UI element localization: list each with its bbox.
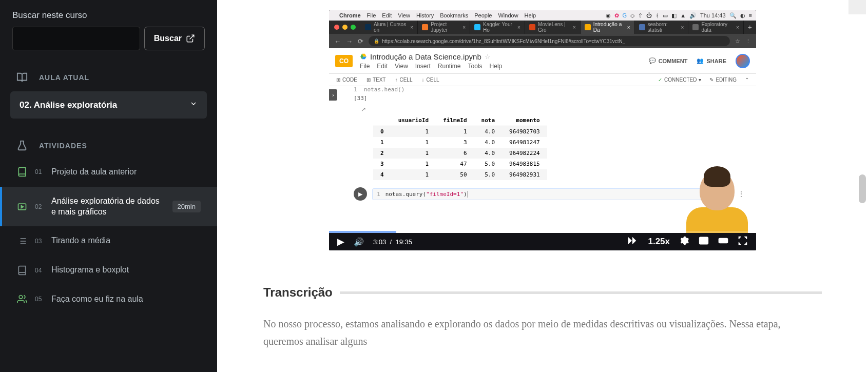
- course-sidebar: Buscar neste curso Buscar AULA ATUAL 02.…: [0, 0, 217, 372]
- book-icon: [16, 167, 28, 177]
- run-cell-button: ▶: [354, 187, 367, 201]
- flask-icon: [16, 140, 28, 151]
- close-dot-icon: [334, 25, 339, 30]
- prev-code-line: 1 notas.head(): [354, 86, 747, 93]
- browser-tab: Exploratory data×: [688, 21, 743, 34]
- mac-menu-item: View: [398, 12, 410, 18]
- expand-sidebar-icon: ›: [329, 89, 337, 101]
- play-button[interactable]: ▶: [337, 236, 344, 247]
- activity-item-05[interactable]: 05 Faça como eu fiz na aula: [0, 285, 217, 314]
- mac-menu-item: History: [416, 12, 434, 18]
- search-section: Buscar neste curso Buscar: [0, 0, 217, 63]
- transcription-body: No nosso processo, estamos analisando e …: [263, 315, 822, 350]
- svg-point-10: [19, 296, 23, 299]
- browser-tab: Alura | Cursos on×: [361, 21, 418, 34]
- activities-list: 01 Projeto da aula anterior 02 Análise e…: [0, 158, 217, 314]
- star-icon: ☆: [485, 53, 491, 61]
- browser-tab-strip: Alura | Cursos on× Project Jupyter× Kagg…: [329, 21, 756, 34]
- comment-icon: 💬: [649, 57, 656, 64]
- activity-item-04[interactable]: 04 Histograma e boxplot: [0, 256, 217, 285]
- video-player: Chrome File Edit View History Bookmarks …: [329, 10, 756, 250]
- minimize-dot-icon: [342, 25, 348, 30]
- search-button-label: Buscar: [154, 34, 182, 43]
- section-current-label: AULA ATUAL: [39, 73, 89, 82]
- url-field: 🔒 https://colab.research.google.com/driv…: [369, 36, 730, 46]
- video-frame[interactable]: Chrome File Edit View History Bookmarks …: [329, 10, 756, 250]
- instructor-camera: [686, 170, 748, 237]
- output-actions-icon: ↗: [361, 106, 366, 113]
- browser-tab: MovieLens | Gro×: [525, 21, 581, 34]
- activity-idx: 01: [35, 168, 44, 175]
- activity-idx: 05: [35, 296, 44, 303]
- user-avatar: [736, 54, 750, 68]
- search-input[interactable]: [12, 27, 140, 50]
- mac-menu-item: Window: [498, 12, 518, 18]
- browser-url-bar: ←→⟳ 🔒 https://colab.research.google.com/…: [329, 34, 756, 48]
- output-number: [33]: [354, 95, 747, 102]
- activity-item-03[interactable]: 03 Tirando a média: [0, 226, 217, 256]
- video-icon: [16, 202, 28, 212]
- list-icon: [16, 236, 28, 246]
- add-text-button: ⊞TEXT: [367, 77, 386, 83]
- macos-menubar: Chrome File Edit View History Bookmarks …: [329, 10, 756, 21]
- mac-menu-item: Bookmarks: [440, 12, 468, 18]
- chevron-down-icon: [189, 100, 198, 110]
- cell-up-button: ↑CELL: [395, 77, 412, 83]
- activity-title: Tirando a média: [51, 236, 201, 246]
- table-row: 2164.0964982224: [373, 148, 547, 159]
- progress-bar[interactable]: [329, 231, 756, 233]
- url-text: https://colab.research.google.com/drive/…: [382, 38, 625, 44]
- connection-status: ✓CONNECTED▾: [658, 77, 701, 83]
- transcription-title: Transcrição: [263, 285, 333, 300]
- pip-button[interactable]: [699, 236, 709, 248]
- people-icon: [16, 294, 28, 304]
- settings-button[interactable]: [679, 236, 689, 248]
- gdrive-icon: [360, 53, 367, 60]
- notebook-title: Introdução a Data Science.ipynb: [370, 52, 481, 61]
- main-content: Chrome File Edit View History Bookmarks …: [217, 0, 868, 372]
- activity-title: Faça como eu fiz na aula: [51, 294, 201, 305]
- book-open-icon: [16, 72, 28, 83]
- mac-status-icons: ◉✿G◇⇧⏻ᚼ▭◧▲🔊 Thu 14:43 🔍◐≡: [606, 12, 752, 19]
- browser-tab: Project Jupyter×: [418, 21, 470, 34]
- colab-logo-icon: CO: [335, 55, 353, 67]
- current-lesson-title: 02. Análise exploratória: [20, 100, 117, 110]
- search-button[interactable]: Buscar: [144, 27, 205, 50]
- activity-item-02[interactable]: 02 Análise exploratória de dados e mais …: [0, 187, 217, 227]
- lock-icon: 🔒: [374, 38, 379, 44]
- theater-button[interactable]: [718, 236, 728, 248]
- playback-speed[interactable]: 1.25x: [648, 237, 670, 247]
- new-tab-icon: +: [744, 21, 756, 34]
- mac-menu-item: Edit: [382, 12, 392, 18]
- duration-badge: 20min: [172, 201, 201, 212]
- activity-title: Análise exploratória de dados e mais grá…: [51, 196, 165, 218]
- page-scrollbar-thumb[interactable]: [859, 174, 866, 203]
- svg-line-0: [190, 35, 194, 39]
- book-icon: [16, 265, 28, 276]
- table-row: 41505.0964982931: [373, 169, 547, 180]
- current-lesson-dropdown[interactable]: 02. Análise exploratória: [10, 91, 207, 119]
- video-controls: ▶ 🔊 3:03 / 19:35 1.25x: [329, 233, 756, 250]
- activity-item-01[interactable]: 01 Projeto da aula anterior: [0, 158, 217, 187]
- dataframe-table: usuarioId filmeId nota momento 0114.0964…: [373, 115, 547, 180]
- share-icon: 👥: [697, 57, 704, 64]
- skip-forward-button[interactable]: [625, 235, 639, 248]
- svg-rect-15: [704, 241, 707, 243]
- browser-nav-icons: ←→⟳: [334, 37, 363, 45]
- browser-tab-active: Introdução a Da×: [581, 21, 635, 34]
- zoom-dot-icon: [351, 25, 356, 30]
- fullscreen-button[interactable]: [738, 236, 748, 248]
- editing-status: ✎EDITING: [709, 77, 737, 83]
- activity-idx: 03: [35, 238, 44, 245]
- transcription-section: Transcrição No nosso processo, estamos a…: [263, 285, 822, 350]
- mac-menu-item: People: [474, 12, 492, 18]
- search-row: Buscar: [12, 27, 205, 50]
- window-traffic-lights: [329, 21, 361, 34]
- code-input: 1 notas.query("filmeId=1"): [372, 188, 732, 200]
- activity-title: Histograma e boxplot: [51, 265, 201, 276]
- mac-app-name: Chrome: [339, 12, 361, 18]
- volume-button[interactable]: 🔊: [354, 237, 364, 247]
- colab-header: CO Introdução a Data Science.ipynb ☆ Fil…: [329, 48, 756, 74]
- mac-menu-item: Help: [525, 12, 536, 18]
- activity-idx: 02: [35, 203, 44, 210]
